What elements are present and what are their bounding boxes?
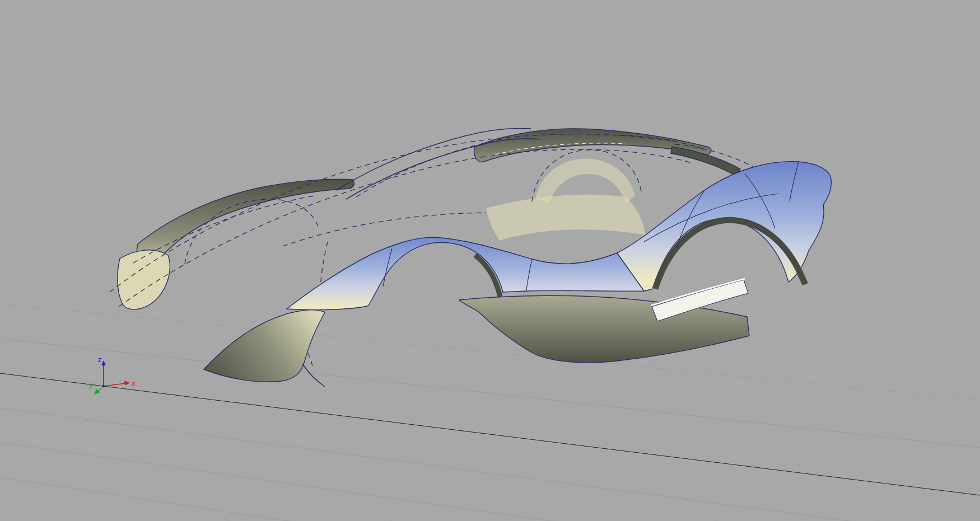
viewport[interactable]: z x y	[0, 0, 980, 521]
gizmo-origin-dot	[102, 385, 105, 387]
axis-label-y: y	[89, 381, 93, 389]
axis-label-z: z	[98, 356, 101, 364]
viewport-canvas[interactable]: z x y	[0, 0, 980, 521]
axis-label-x: x	[132, 379, 136, 387]
